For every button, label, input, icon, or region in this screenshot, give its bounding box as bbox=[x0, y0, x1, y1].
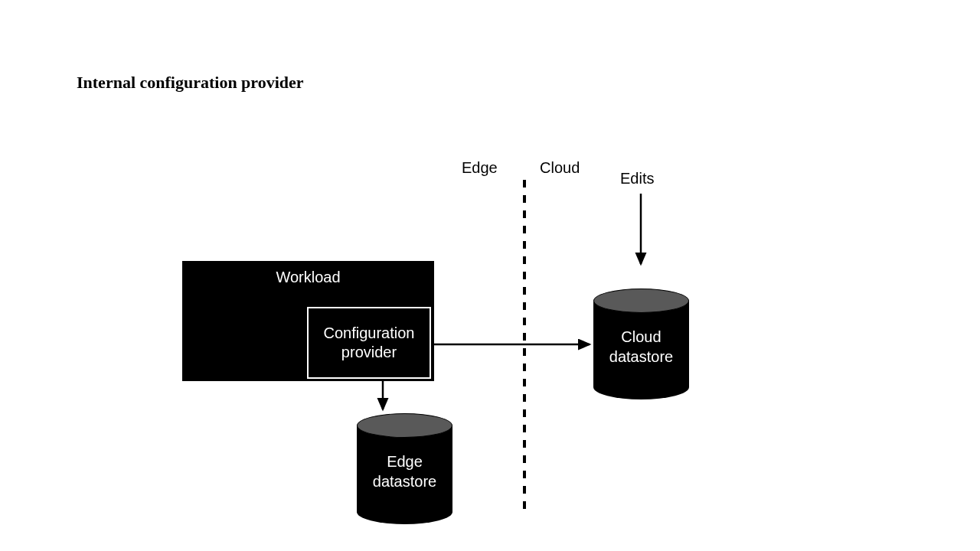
cloud-region-label: Cloud bbox=[540, 159, 580, 177]
page-title: Internal configuration provider bbox=[77, 73, 304, 93]
config-provider-node: Configuration provider bbox=[307, 307, 431, 379]
cloud-datastore-label: Cloud datastore bbox=[593, 327, 689, 367]
cylinder-top-icon bbox=[593, 289, 689, 313]
workload-label: Workload bbox=[182, 269, 434, 286]
config-provider-label: Configuration provider bbox=[324, 324, 415, 362]
cylinder-bottom-icon bbox=[593, 375, 689, 399]
edge-datastore-node: Edge datastore bbox=[357, 413, 452, 524]
cylinder-top-icon bbox=[357, 413, 452, 438]
cylinder-bottom-icon bbox=[357, 500, 452, 524]
edits-label: Edits bbox=[620, 170, 654, 187]
edge-datastore-label: Edge datastore bbox=[357, 452, 452, 491]
cloud-datastore-node: Cloud datastore bbox=[593, 289, 689, 399]
edge-region-label: Edge bbox=[462, 159, 498, 177]
